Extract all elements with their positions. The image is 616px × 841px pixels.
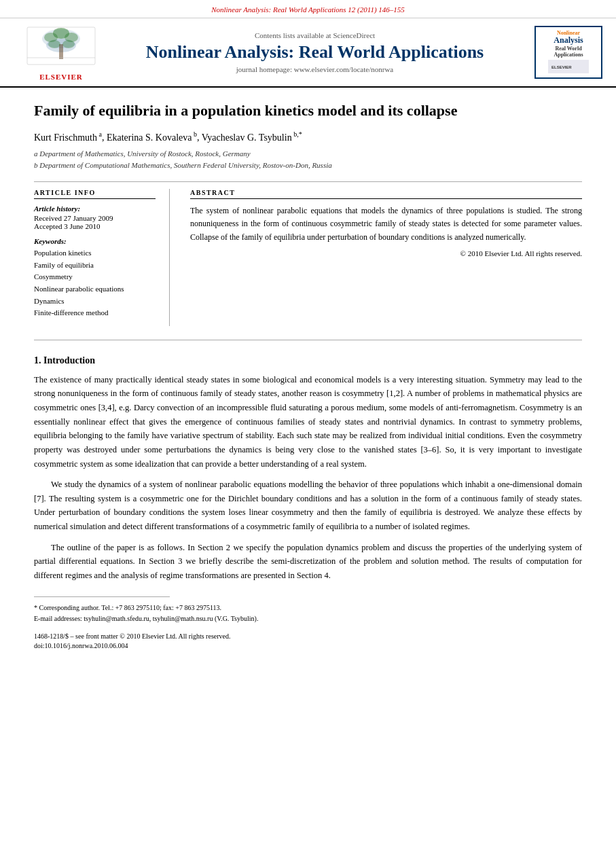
badge-sub-text: Real WorldApplications [540,46,597,58]
body-paragraph-3: The outline of the paper is as follows. … [34,541,582,583]
journal-title: Nonlinear Analysis: Real World Applicati… [109,42,521,62]
journal-header: ELSEVIER Contents lists available at Sci… [0,18,616,88]
footer-issn: 1468-1218/$ – see front matter © 2010 El… [34,631,582,642]
info-abstract-section: ARTICLE INFO Article history: Received 2… [34,189,582,326]
badge-title-text: Analysis [540,36,597,45]
article-info-panel: ARTICLE INFO Article history: Received 2… [34,189,170,326]
body-paragraph-2: We study the dynamics of a system of non… [34,478,582,534]
footnote-corresponding: * Corresponding author. Tel.: +7 863 297… [34,603,582,613]
publisher-logo-area: ELSEVIER [14,24,109,81]
article-info-heading: ARTICLE INFO [34,189,156,199]
keyword-2: Family of equilibria [34,260,156,272]
journal-title-area: Contents lists available at ScienceDirec… [109,31,521,73]
sciencedirect-line: Contents lists available at ScienceDirec… [109,31,521,39]
nonlinear-analysis-badge: Nonlinear Analysis Real WorldApplication… [535,26,602,78]
body-divider [34,340,582,340]
affiliation-a: a Department of Mathematics, University … [34,148,582,160]
abstract-panel: ABSTRACT The system of nonlinear parabol… [190,189,582,326]
header-divider [34,181,582,182]
journal-homepage: journal homepage: www.elsevier.com/locat… [109,65,521,73]
affil-sup-b1: b [192,130,197,138]
affiliations: a Department of Mathematics, University … [34,148,582,171]
elsevier-wordmark: ELSEVIER [39,73,83,81]
badge-publisher: ELSEVIER [540,60,597,75]
authors-line: Kurt Frischmuth a, Ekaterina S. Kovaleva… [34,130,582,143]
paper-title: Family of equilibria in a population kin… [34,101,582,121]
affil-sup-b2: b,* [292,130,302,138]
keywords-section: Keywords: Population kinetics Family of … [34,237,156,319]
top-bar: Nonlinear Analysis: Real World Applicati… [0,0,616,18]
keyword-3: Cosymmetry [34,271,156,283]
keyword-6: Finite-difference method [34,307,156,319]
affiliation-b: b Department of Computational Mathematic… [34,160,582,171]
author-kovaleva: Ekaterina S. Kovaleva [107,132,192,142]
keyword-4: Nonlinear parabolic equations [34,283,156,296]
abstract-heading: ABSTRACT [190,189,582,199]
accepted-date: Accepted 3 June 2010 [34,222,156,230]
svg-rect-3 [59,44,63,59]
svg-text:ELSEVIER: ELSEVIER [551,65,572,69]
journal-badge-area: Nonlinear Analysis Real WorldApplication… [521,26,602,78]
journal-reference: Nonlinear Analysis: Real World Applicati… [211,5,405,14]
abstract-text: The system of nonlinear parabolic equati… [190,204,582,244]
footnote-divider [34,596,170,597]
footnote-email: E-mail addresses: tsyhulin@math.sfedu.ru… [34,613,582,624]
keyword-1: Population kinetics [34,247,156,260]
footer-doi: doi:10.1016/j.nonrwa.2010.06.004 [34,642,582,649]
svg-point-8 [62,40,75,48]
keywords-label: Keywords: [34,237,156,245]
keyword-5: Dynamics [34,296,156,308]
copyright-notice: © 2010 Elsevier Ltd. All rights reserved… [190,249,582,257]
article-history-section: Article history: Received 27 January 200… [34,204,156,230]
received-date: Received 27 January 2009 [34,214,156,222]
author-frischmuth: Kurt Frischmuth [34,132,97,142]
main-content: Family of equilibria in a population kin… [0,88,616,663]
history-label: Article history: [34,204,156,213]
section1-title: 1. Introduction [34,355,582,366]
svg-point-7 [48,40,60,48]
affil-sup-a: a [97,130,102,138]
body-paragraph-1: The existence of many practically identi… [34,373,582,471]
elsevier-logo-svg [24,24,98,71]
author-tsybulin: Vyacheslav G. Tsybulin [202,132,292,142]
